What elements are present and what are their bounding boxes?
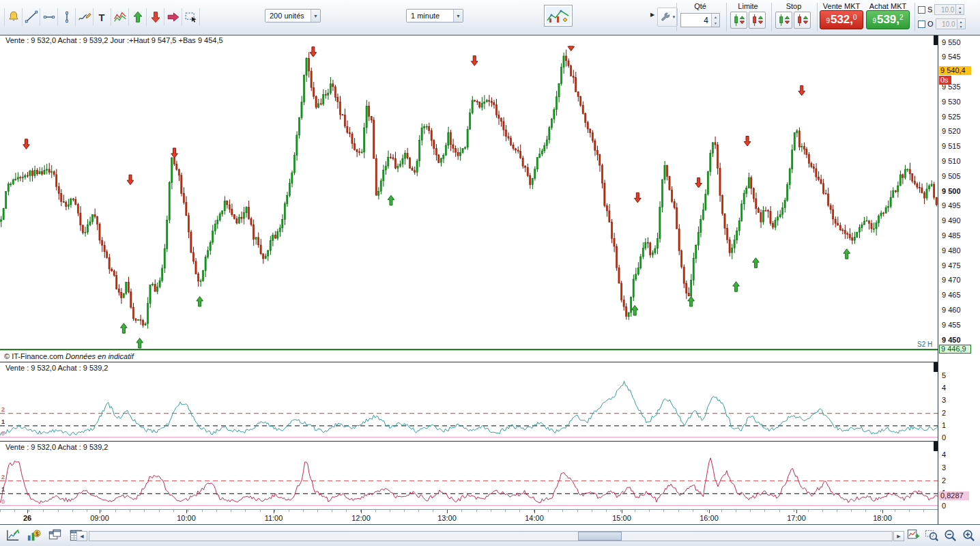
zoom-select-button[interactable] — [923, 527, 940, 544]
tool-zoom-box-button[interactable] — [182, 8, 200, 26]
zoom-in-button[interactable] — [960, 527, 977, 544]
minor-tick — [764, 510, 765, 512]
price-tick-label: 9 530 — [942, 98, 961, 106]
minor-tick — [548, 510, 549, 512]
svg-text:T: T — [98, 12, 104, 23]
indicator-zigzag-icon — [113, 10, 128, 25]
spin-down-icon: ▼ — [712, 20, 719, 27]
drawing-tool-strip: T — [4, 8, 200, 26]
minor-tick — [404, 510, 405, 512]
tool-freehand-draw-button[interactable] — [76, 8, 93, 26]
minor-tick — [87, 510, 87, 512]
minor-tick — [880, 510, 881, 512]
spin-down-icon: ▼ — [956, 10, 964, 14]
time-label: 10:00 — [177, 514, 196, 522]
text-icon: T — [95, 10, 110, 25]
qty-value: 4 — [681, 16, 711, 25]
oscillator1-chart[interactable] — [0, 373, 938, 441]
zoom-out-button[interactable] — [942, 527, 959, 544]
qty-input[interactable]: 4 ▲▼ — [680, 13, 720, 27]
main-chart-quote-text: Vente : 9 532,0 Achat : 9 539,2 Jour :+H… — [5, 36, 223, 44]
tool-indicator-zigzag-button[interactable] — [111, 8, 129, 26]
new-window-button[interactable] — [46, 527, 63, 544]
guide-level-label: 2 — [1, 406, 5, 413]
arrow-right-icon — [166, 10, 181, 25]
arrow-down-icon — [148, 10, 163, 25]
s-stepper[interactable]: ▲▼ — [955, 5, 964, 14]
tool-arrow-up-button[interactable] — [129, 8, 147, 26]
guide-level-label: 0 — [1, 430, 5, 437]
units-dropdown[interactable]: 200 unités ▼ — [265, 9, 321, 23]
chart-export-button[interactable] — [4, 527, 21, 544]
o-value: 10.0 — [936, 20, 957, 28]
money-button[interactable]: $ — [25, 527, 42, 544]
chart-scrollbar[interactable] — [89, 531, 893, 541]
oscillator2-chart[interactable] — [0, 452, 938, 509]
o-label: O — [927, 20, 934, 28]
minor-tick — [750, 510, 751, 512]
minor-tick — [577, 510, 578, 512]
minor-tick — [173, 510, 174, 512]
tool-arrow-down-button[interactable] — [147, 8, 164, 26]
qty-stepper[interactable]: ▲▼ — [711, 14, 719, 27]
buy-price-thousands: 9 — [872, 17, 876, 25]
buy-stop-button[interactable] — [775, 12, 792, 29]
oscillator-tick-label: 0 — [942, 433, 946, 442]
o-checkbox[interactable] — [918, 20, 925, 28]
price-tick-label: 9 465 — [942, 291, 961, 300]
chevron-down-icon[interactable]: ▼ — [453, 10, 463, 22]
disclaimer-text: Données en indicatif — [66, 352, 134, 360]
chevron-down-icon[interactable]: ▼ — [311, 10, 320, 22]
timeframe-dropdown[interactable]: 1 minute ▼ — [406, 9, 463, 23]
guide-level-label: 1 — [1, 486, 5, 493]
hour-tick — [709, 510, 710, 513]
scroll-right-button[interactable]: ▶ — [893, 531, 904, 541]
buy-price-main: 539, — [877, 13, 899, 27]
hour-tick — [622, 510, 622, 513]
chart-type-icon — [546, 7, 571, 25]
s-checkbox[interactable] — [918, 6, 925, 14]
chart-type-button[interactable] — [544, 5, 573, 27]
o-stepper[interactable]: ▲▼ — [957, 19, 965, 29]
oscillator-tick-label: 4 — [942, 450, 946, 459]
panel-expander-icon[interactable]: ▶ — [650, 12, 654, 18]
price-tick-label: 9 500 — [942, 187, 961, 196]
sell-limit-button[interactable] — [749, 12, 766, 29]
sell-market-button[interactable]: 9 532, 0 — [820, 10, 863, 29]
tool-alarm-button[interactable] — [5, 8, 23, 26]
tool-trendline-button[interactable] — [23, 8, 40, 26]
main-candlestick-chart[interactable] — [0, 46, 938, 362]
buy-market-label: Achat MKT — [866, 2, 910, 10]
hour-tick — [534, 510, 535, 513]
tool-arrow-right-button[interactable] — [164, 8, 182, 26]
add-chart-button[interactable] — [905, 527, 922, 544]
copyright-line: © IT-Finance.com Données en indicatif — [2, 352, 136, 360]
spin-up-icon: ▲ — [957, 19, 965, 24]
minor-tick — [491, 510, 491, 512]
minor-tick — [592, 510, 592, 512]
hour-tick — [361, 510, 362, 513]
tool-text-button[interactable]: T — [93, 8, 111, 26]
price-tick-container: 9 5509 5459 5359 5309 5259 5209 5159 510… — [938, 35, 980, 524]
scrollbar-thumb[interactable] — [578, 532, 622, 541]
price-tick-label: 9 460 — [942, 306, 961, 315]
buy-limit-button[interactable] — [730, 12, 747, 29]
o-value-input[interactable]: 10.0 ▲▼ — [936, 18, 966, 29]
buy-market-button[interactable]: 9 539, 2 — [866, 10, 910, 29]
minor-tick — [851, 510, 852, 512]
s-value-input[interactable]: 10.0 ▲▼ — [934, 4, 964, 15]
chart-export-icon — [5, 528, 20, 543]
price-tick-label: 9 475 — [942, 261, 961, 270]
settings-wrench-button[interactable]: ▼ — [657, 8, 678, 27]
scroll-left-button[interactable]: ◀ — [76, 531, 87, 541]
minor-tick — [923, 510, 924, 512]
tool-vertical-line-button[interactable] — [58, 8, 76, 26]
minor-tick — [274, 510, 275, 512]
minor-tick — [649, 510, 650, 512]
time-label: 14:00 — [525, 514, 544, 522]
sell-stop-button[interactable] — [794, 12, 811, 29]
limite-label: Limite — [727, 2, 768, 10]
tool-horizontal-line-button[interactable] — [40, 8, 58, 26]
price-tick-label: 9 550 — [942, 38, 961, 47]
last-price-tag: 9 540,4 — [939, 66, 971, 75]
